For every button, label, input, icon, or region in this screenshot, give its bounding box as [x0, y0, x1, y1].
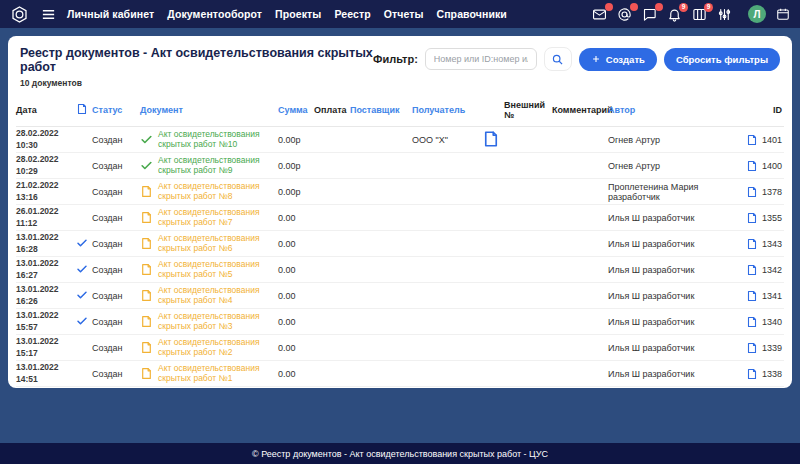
table-row[interactable]: 28.02.2022 10:30СозданАкт освидетельство… [16, 127, 784, 153]
document-link[interactable]: Акт освидетельствования скрытых работ №1 [158, 364, 274, 384]
nav-item-document-flow[interactable]: Документооборот [167, 8, 262, 20]
id-copy-icon[interactable] [746, 368, 758, 380]
column-header-supplier[interactable]: Поставщик [350, 105, 412, 115]
cell-date: 13.01.2022 15:17 [16, 336, 76, 358]
id-copy-icon[interactable] [746, 290, 758, 302]
reset-filters-button[interactable]: Сбросить фильтры [664, 48, 780, 71]
mentions-icon[interactable] [617, 7, 632, 22]
document-link[interactable]: Акт освидетельствования скрытых работ №4 [158, 286, 274, 306]
main-nav: Личный кабинет Документооборот Проекты Р… [67, 8, 507, 20]
column-header-check[interactable] [76, 103, 92, 117]
footer-copyright: © Реестр документов - Акт освидетельство… [252, 449, 548, 459]
copy-column-icon[interactable] [76, 107, 88, 117]
table-row[interactable]: 26.01.2022 11:12СозданАкт освидетельство… [16, 205, 784, 231]
notification-badge [605, 3, 613, 11]
cell-doc: Акт освидетельствования скрытых работ №3 [140, 312, 278, 332]
column-header-status[interactable]: Статус [92, 105, 140, 115]
document-id: 1339 [762, 343, 782, 353]
row-check-icon [76, 293, 88, 303]
document-link[interactable]: Акт освидетельствования скрытых работ №9 [158, 156, 274, 176]
document-link[interactable]: Акт освидетельствования скрытых работ №8 [158, 182, 274, 202]
id-copy-icon[interactable] [746, 160, 758, 172]
cell-sum: 0.00 [278, 369, 314, 379]
id-copy-icon[interactable] [746, 264, 758, 276]
id-copy-icon[interactable] [746, 316, 758, 328]
id-copy-icon[interactable] [746, 212, 758, 224]
document-link[interactable]: Акт освидетельствования скрытых работ №1… [158, 130, 274, 150]
table-row[interactable]: 13.01.2022 16:28СозданАкт освидетельство… [16, 231, 784, 257]
search-button[interactable] [544, 47, 572, 71]
menu-hamburger-icon[interactable] [41, 7, 56, 22]
nav-item-personal-cabinet[interactable]: Личный кабинет [67, 8, 154, 20]
nav-item-directories[interactable]: Справочники [437, 8, 507, 20]
cell-author: Илья Ш разработчик [608, 239, 740, 249]
recipient-copy-icon[interactable] [482, 140, 500, 150]
table-row[interactable]: 13.01.2022 16:27СозданАкт освидетельство… [16, 257, 784, 283]
table-row[interactable]: 13.01.2022 15:17СозданАкт освидетельство… [16, 335, 784, 361]
table-row[interactable]: 21.02.2022 13:16СозданАкт освидетельство… [16, 179, 784, 205]
column-header-date: Дата [16, 105, 76, 115]
calendar-icon[interactable] [776, 7, 790, 21]
cell-status: Создан [92, 187, 140, 197]
cell-date: 13.01.2022 14:51 [16, 362, 76, 384]
user-avatar[interactable]: Л [748, 5, 766, 23]
column-header-author[interactable]: Автор [608, 105, 740, 115]
cell-date: 26.01.2022 11:12 [16, 206, 76, 228]
document-link[interactable]: Акт освидетельствования скрытых работ №3 [158, 312, 274, 332]
cell-sum: 0.00р [278, 135, 314, 145]
column-header-sum[interactable]: Сумма [278, 105, 314, 115]
id-copy-icon[interactable] [746, 342, 758, 354]
cell-date: 28.02.2022 10:29 [16, 154, 76, 176]
document-link[interactable]: Акт освидетельствования скрытых работ №6 [158, 234, 274, 254]
search-icon [551, 53, 564, 66]
app-logo-icon[interactable] [10, 5, 29, 24]
nav-item-registry[interactable]: Реестр [334, 8, 370, 20]
document-draft-file-icon [140, 289, 153, 302]
cell-doc: Акт освидетельствования скрытых работ №1 [140, 364, 278, 384]
nav-item-projects[interactable]: Проекты [275, 8, 321, 20]
column-header-payment: Оплата [314, 105, 350, 115]
document-signed-check-icon [140, 159, 153, 172]
row-check-icon [76, 267, 88, 277]
cell-doc: Акт освидетельствования скрытых работ №9 [140, 156, 278, 176]
cell-doc: Акт освидетельствования скрытых работ №6 [140, 234, 278, 254]
id-copy-icon[interactable] [746, 238, 758, 250]
column-header-doc[interactable]: Документ [140, 105, 278, 115]
filter-input[interactable] [425, 48, 537, 70]
footer: © Реестр документов - Акт освидетельство… [0, 443, 800, 464]
document-link[interactable]: Акт освидетельствования скрытых работ №5 [158, 260, 274, 280]
tasks-board-icon[interactable]: 9 [692, 7, 707, 22]
document-link[interactable]: Акт освидетельствования скрытых работ №7 [158, 208, 274, 228]
cell-author: Проплетенина Мария разработчик [608, 182, 740, 202]
nav-item-reports[interactable]: Отчеты [384, 8, 424, 20]
document-link[interactable]: Акт освидетельствования скрытых работ №2 [158, 338, 274, 358]
cell-sum: 0.00 [278, 317, 314, 327]
cell-id: 1401 [740, 134, 784, 146]
create-button[interactable]: Создать [579, 48, 657, 71]
table-row[interactable]: 28.02.2022 10:29СозданАкт освидетельство… [16, 153, 784, 179]
document-draft-file-icon [140, 367, 153, 380]
notifications-icon[interactable]: 9 [667, 7, 682, 22]
cell-sum: 0.00 [278, 291, 314, 301]
id-copy-icon[interactable] [746, 186, 758, 198]
document-id: 1342 [762, 265, 782, 275]
cell-status: Создан [92, 265, 140, 275]
table-row[interactable]: 13.01.2022 16:26СозданАкт освидетельство… [16, 283, 784, 309]
table-row[interactable]: 13.01.2022 15:57СозданАкт освидетельство… [16, 309, 784, 335]
cell-doc: Акт освидетельствования скрытых работ №1… [140, 130, 278, 150]
cell-check [76, 289, 92, 303]
cell-doc: Акт освидетельствования скрытых работ №7 [140, 208, 278, 228]
document-draft-file-icon [140, 341, 153, 354]
id-copy-icon[interactable] [746, 134, 758, 146]
cell-check [76, 315, 92, 329]
table-row[interactable]: 13.01.2022 14:51СозданАкт освидетельство… [16, 361, 784, 387]
mail-icon[interactable] [592, 7, 607, 22]
document-id: 1338 [762, 369, 782, 379]
sliders-icon[interactable] [717, 7, 732, 22]
chat-icon[interactable] [642, 7, 657, 22]
cell-rcopy [482, 130, 504, 150]
cell-author: Огнев Артур [608, 161, 740, 171]
column-header-recipient[interactable]: Получатель [412, 105, 482, 115]
cell-id: 1339 [740, 342, 784, 354]
cell-recipient: ООО "X" [412, 135, 482, 145]
